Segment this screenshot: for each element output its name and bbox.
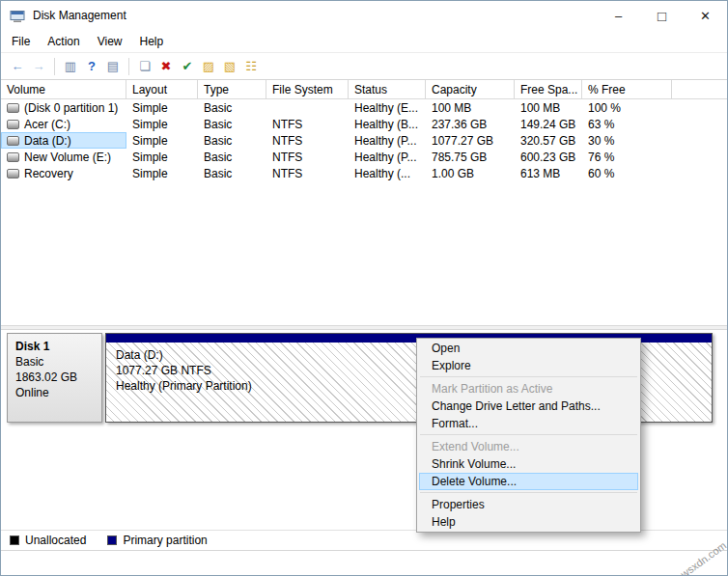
cell: NTFS <box>266 132 349 149</box>
action-pane-icon[interactable]: ❏ <box>134 57 155 76</box>
volume-label: Data (D:) <box>24 134 71 148</box>
volume-label: (Disk 0 partition 1) <box>24 101 118 115</box>
cell: 76 % <box>582 149 672 165</box>
menu-help[interactable]: Help <box>131 30 173 52</box>
table-row[interactable]: (Disk 0 partition 1)SimpleBasicHealthy (… <box>1 99 727 116</box>
cell: Simple <box>126 116 198 132</box>
column-header-free[interactable]: % Free <box>582 80 672 98</box>
cell: Healthy (B... <box>349 116 426 132</box>
cell: 60 % <box>582 165 672 181</box>
context-menu-item-format[interactable]: Format... <box>419 415 638 432</box>
view-list-icon[interactable]: ☷ <box>240 57 262 76</box>
column-header-file-system[interactable]: File System <box>266 80 349 98</box>
context-menu-item-shrink-volume[interactable]: Shrink Volume... <box>419 455 638 473</box>
cell: Healthy (P... <box>349 132 426 149</box>
legend-item: Unallocated <box>10 534 86 547</box>
context-menu-item-properties[interactable]: Properties <box>419 496 638 513</box>
context-menu-item-mark-partition-as-active: Mark Partition as Active <box>419 380 638 398</box>
cell: 237.36 GB <box>426 116 515 132</box>
column-header-volume[interactable]: Volume <box>1 80 126 98</box>
cell: 30 % <box>582 132 672 149</box>
cell: Healthy (P... <box>349 149 426 165</box>
delete-volume-icon[interactable]: ✖ <box>155 57 177 76</box>
cell: 149.24 GB <box>515 116 582 132</box>
disk-info-box[interactable]: Disk 1 Basic 1863.02 GB Online <box>7 333 102 423</box>
disk-type: Basic <box>15 354 94 370</box>
volume-list-body: (Disk 0 partition 1)SimpleBasicHealthy (… <box>1 99 727 181</box>
column-header-status[interactable]: Status <box>349 80 426 98</box>
legend-bar: UnallocatedPrimary partition <box>1 530 727 551</box>
disk-capacity: 1863.02 GB <box>15 370 94 385</box>
window-title: Disk Management <box>33 9 126 22</box>
open-folder-icon[interactable]: ▧ <box>219 57 240 76</box>
volume-cell: Acer (C:) <box>1 116 126 132</box>
context-menu-item-delete-volume[interactable]: Delete Volume... <box>419 473 638 490</box>
cell: Simple <box>126 99 198 116</box>
column-header-type[interactable]: Type <box>198 80 266 98</box>
disk-status: Online <box>15 385 94 400</box>
explore-folder-icon[interactable]: ▨ <box>198 57 219 76</box>
cell: 1077.27 GB <box>426 132 515 149</box>
drive-icon <box>7 169 19 178</box>
table-row[interactable]: RecoverySimpleBasicNTFSHealthy (...1.00 … <box>1 165 727 181</box>
legend-item: Primary partition <box>107 534 207 547</box>
back-icon[interactable]: ← <box>7 57 28 76</box>
volume-cell: Recovery <box>1 165 126 181</box>
context-menu-item-help[interactable]: Help <box>419 513 638 531</box>
cell: 1.00 GB <box>426 165 515 181</box>
drive-icon <box>7 120 19 129</box>
help-icon[interactable]: ? <box>81 57 102 76</box>
context-menu: OpenExploreMark Partition as ActiveChang… <box>416 338 641 533</box>
context-menu-item-open[interactable]: Open <box>419 340 638 357</box>
table-row[interactable]: Data (D:)SimpleBasicNTFSHealthy (P...107… <box>1 132 727 149</box>
column-header-layout[interactable]: Layout <box>126 80 198 98</box>
forward-icon[interactable]: → <box>28 57 49 76</box>
cell: Simple <box>126 132 198 149</box>
drive-icon <box>7 152 19 162</box>
legend-swatch <box>10 535 19 545</box>
column-view-icon[interactable]: ▤ <box>102 57 124 76</box>
cell: Basic <box>198 132 266 149</box>
cell: NTFS <box>266 116 349 132</box>
disk-management-window: Disk Management – □ ✕ FileActionViewHelp… <box>0 0 728 576</box>
cell: Basic <box>198 149 266 165</box>
table-row[interactable]: Acer (C:)SimpleBasicNTFSHealthy (B...237… <box>1 116 727 132</box>
maximize-button[interactable]: □ <box>640 1 684 30</box>
context-menu-item-explore[interactable]: Explore <box>419 357 638 374</box>
titlebar: Disk Management – □ ✕ <box>1 1 727 30</box>
disk-name: Disk 1 <box>15 339 94 354</box>
menu-action[interactable]: Action <box>39 30 88 52</box>
context-menu-item-change-drive-letter-and-paths[interactable]: Change Drive Letter and Paths... <box>419 398 638 415</box>
menu-bar: FileActionViewHelp <box>1 30 727 53</box>
cell: 320.57 GB <box>515 132 582 149</box>
window-controls: – □ ✕ <box>597 1 727 30</box>
context-menu-item-extend-volume: Extend Volume... <box>419 438 638 455</box>
table-row[interactable]: New Volume (E:)SimpleBasicNTFSHealthy (P… <box>1 149 727 165</box>
column-header-free-spa[interactable]: Free Spa... <box>515 80 582 98</box>
cell: 100 % <box>582 99 672 116</box>
menu-file[interactable]: File <box>3 30 39 52</box>
cell: Simple <box>126 165 198 181</box>
volume-cell: Data (D:) <box>1 132 126 149</box>
toolbar-separator <box>128 58 129 75</box>
menu-view[interactable]: View <box>89 30 131 52</box>
cell: Basic <box>198 116 266 132</box>
menu-separator <box>420 492 637 493</box>
minimize-button[interactable]: – <box>597 1 640 30</box>
legend-label: Unallocated <box>25 534 86 547</box>
cell: 100 MB <box>426 99 515 116</box>
console-tree-icon[interactable]: ▥ <box>60 57 81 76</box>
toolbar-separator <box>54 58 55 75</box>
column-header-filler <box>672 80 727 98</box>
volume-label: Recovery <box>24 167 73 180</box>
app-icon <box>10 8 25 23</box>
cell: NTFS <box>266 165 349 181</box>
volume-list: VolumeLayoutTypeFile SystemStatusCapacit… <box>1 80 727 325</box>
cell: 63 % <box>582 116 672 132</box>
mark-active-icon[interactable]: ✔ <box>177 57 198 76</box>
cell: Basic <box>198 99 266 116</box>
cell: 100 MB <box>515 99 582 116</box>
close-button[interactable]: ✕ <box>684 1 727 30</box>
column-header-capacity[interactable]: Capacity <box>426 80 515 98</box>
cell: Simple <box>126 149 198 165</box>
